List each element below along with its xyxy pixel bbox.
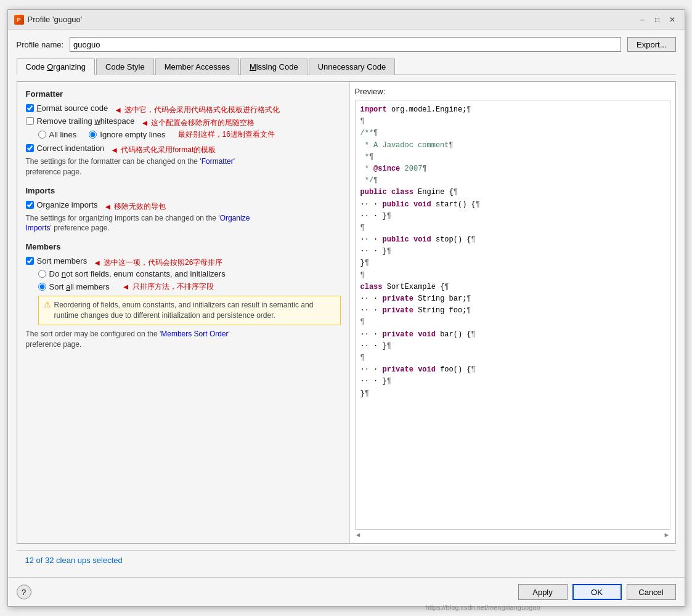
sort-members-row: Sort members ◄ 选中这一项，代码会按照26字母排序 xyxy=(26,256,341,269)
code-line: ·· · }¶ xyxy=(360,246,665,257)
dialog-title: Profile 'guoguo' xyxy=(28,15,83,24)
code-line: class SortExample {¶ xyxy=(360,282,665,293)
preview-label: Preview: xyxy=(355,87,670,96)
close-button[interactable]: ✕ xyxy=(666,14,678,26)
export-button[interactable]: Export... xyxy=(627,37,675,52)
title-bar-left: P Profile 'guoguo' xyxy=(14,15,83,25)
code-line: ·· · public void start() {¶ xyxy=(360,199,665,211)
do-not-sort-radio-row: Do not sort fields, enum constants, and … xyxy=(38,269,341,278)
profile-label: Profile name: xyxy=(17,40,64,49)
organize-imports-checkbox-row: Organize imports xyxy=(26,200,98,209)
warning-text: Reordering of fields, enum constants, an… xyxy=(54,300,335,321)
organize-imports-label: Organize imports xyxy=(37,200,98,209)
apply-button[interactable]: Apply xyxy=(518,584,568,600)
code-line: * @since 2007¶ xyxy=(360,163,665,175)
tab-unnecessary-code[interactable]: Unnecessary Code xyxy=(309,59,396,75)
code-line: ·· · public void stop() {¶ xyxy=(360,234,665,246)
format-annotation-arrow: ◄ xyxy=(114,105,122,115)
remove-trailing-row: Remove trailing whitespace ◄ 这个配置会移除所有的尾… xyxy=(26,116,341,129)
profile-icon: P xyxy=(14,15,24,25)
all-lines-radio[interactable] xyxy=(38,131,46,139)
sort-all-members-radio[interactable] xyxy=(38,283,46,291)
do-not-sort-radio[interactable] xyxy=(38,270,46,278)
trailing-annotation-text: 这个配置会移除所有的尾随空格 xyxy=(151,118,254,128)
right-panel: Preview: import org.model.Engine;¶ ¶ /**… xyxy=(350,82,675,543)
tab-code-style[interactable]: Code Style xyxy=(96,59,154,75)
content-area: Profile name: Apply Export... Code Organ… xyxy=(8,30,685,577)
tabs-bar: Code Organizing Code Style Member Access… xyxy=(17,58,676,75)
lines-annotation: 最好别这样，16进制查看文件 xyxy=(178,129,275,140)
sort-all-label: Sort all members xyxy=(49,282,110,291)
formatter-title: Formatter xyxy=(26,89,341,99)
ignore-empty-lines-label: Ignore empty lines xyxy=(100,130,165,139)
profile-name-input[interactable] xyxy=(70,37,621,52)
code-line: ¶ xyxy=(360,317,665,328)
warning-icon: ⚠ xyxy=(44,300,51,309)
format-source-code-label: Format source code xyxy=(37,103,108,113)
code-line: import org.model.Engine;¶ xyxy=(360,104,665,116)
sort-members-checkbox-row: Sort members xyxy=(26,256,88,265)
code-line: ·· · private String bar;¶ xyxy=(360,293,665,305)
sort-members-label: Sort members xyxy=(37,256,88,265)
ignore-empty-lines-radio[interactable] xyxy=(89,131,97,139)
correct-indentation-label: Correct indentation xyxy=(37,144,105,153)
sort-all-annotation-text: 只排序方法，不排序字段 xyxy=(132,282,214,292)
status-bar: 12 of 32 clean ups selected xyxy=(17,550,676,570)
format-annotation-text: 选中它，代码会采用代码格式化模板进行格式化 xyxy=(124,105,280,115)
cancel-button[interactable]: Cancel xyxy=(627,584,676,600)
code-line: ¶ xyxy=(360,352,665,364)
imports-section: Imports Organize imports ◄ 移除无效的导包 The s… xyxy=(26,186,341,234)
code-line: ·· · private String foo;¶ xyxy=(360,305,665,317)
code-preview: import org.model.Engine;¶ ¶ /**¶ * A Jav… xyxy=(355,100,670,530)
imports-annotation-arrow: ◄ xyxy=(104,202,112,211)
code-line: */¶ xyxy=(360,175,665,187)
remove-trailing-checkbox[interactable] xyxy=(26,117,34,125)
ignore-empty-radio-row: Ignore empty lines xyxy=(89,130,165,139)
help-button[interactable]: ? xyxy=(17,585,31,599)
scroll-bar-bottom: ◄ ► xyxy=(355,531,670,538)
warning-block: ⚠ Reordering of fields, enum constants, … xyxy=(38,296,341,325)
organize-imports-checkbox[interactable] xyxy=(26,201,34,209)
code-line: }¶ xyxy=(360,388,665,400)
code-line: ·· · }¶ xyxy=(360,211,665,222)
remove-trailing-checkbox-row: Remove trailing whitespace xyxy=(26,116,135,126)
tab-missing-code[interactable]: Missing Code xyxy=(240,59,307,75)
code-line: ¶ xyxy=(360,270,665,282)
format-source-code-checkbox[interactable] xyxy=(26,104,34,112)
correct-indentation-row: Correct indentation ◄ 代码格式化采用format的模板 xyxy=(26,144,341,156)
correct-indentation-checkbox[interactable] xyxy=(26,144,34,152)
code-line: public class Engine {¶ xyxy=(360,187,665,198)
profile-row: Profile name: Apply Export... xyxy=(17,37,676,52)
code-line: ·· · private void foo() {¶ xyxy=(360,364,665,376)
formatter-info: The settings for the formatter can be ch… xyxy=(26,156,341,177)
all-lines-label: All lines xyxy=(49,130,77,139)
code-line: ¶ xyxy=(360,222,665,234)
maximize-button[interactable]: □ xyxy=(651,14,664,26)
action-buttons: https://blog.csdn.net/mengxianguoguo App… xyxy=(518,584,676,600)
imports-info: The settings for organizing imports can … xyxy=(26,213,341,234)
tab-member-accesses[interactable]: Member Accesses xyxy=(155,59,239,75)
code-line: /**¶ xyxy=(360,128,665,139)
formatter-section: Formatter Format source code ◄ 选中它，代码会采用… xyxy=(26,89,341,177)
ok-button[interactable]: OK xyxy=(572,584,622,600)
sort-annotation-arrow: ◄ xyxy=(93,258,101,267)
minimize-button[interactable]: – xyxy=(637,14,649,26)
tab-code-organizing[interactable]: Code Organizing xyxy=(17,59,96,75)
scroll-right: ► xyxy=(664,531,670,538)
code-line: ¶ xyxy=(360,116,665,128)
sort-all-annotation-arrow: ◄ xyxy=(122,282,130,291)
profile-dialog: P Profile 'guoguo' – □ ✕ Profile name: A… xyxy=(7,9,685,607)
sort-order-info: The sort order may be configured on the … xyxy=(26,329,341,350)
code-line: ·· · }¶ xyxy=(360,376,665,387)
scroll-left: ◄ xyxy=(355,531,362,538)
indent-annotation-text: 代码格式化采用format的模板 xyxy=(121,145,216,155)
imports-title: Imports xyxy=(26,186,341,195)
sort-members-checkbox[interactable] xyxy=(26,257,34,265)
all-lines-radio-row: All lines xyxy=(38,130,77,139)
code-line: ·· · }¶ xyxy=(360,341,665,352)
trailing-annotation-arrow: ◄ xyxy=(140,118,149,128)
indent-annotation-arrow: ◄ xyxy=(110,145,118,155)
members-title: Members xyxy=(26,242,341,251)
organize-imports-row: Organize imports ◄ 移除无效的导包 xyxy=(26,200,341,213)
window-controls: – □ ✕ xyxy=(637,14,678,26)
